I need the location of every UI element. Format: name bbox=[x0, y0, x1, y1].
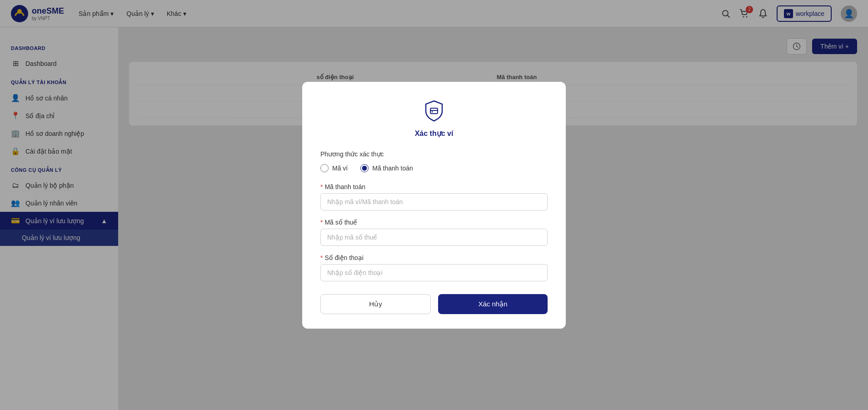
field-group-ma-thanh-toan: * Mã thanh toán bbox=[320, 183, 548, 210]
field-label-so-dien-thoai: * Số điện thoại bbox=[320, 254, 548, 261]
radio-input-ma-thanh-toan[interactable] bbox=[360, 164, 369, 172]
modal-header: Xác thực ví bbox=[320, 98, 548, 138]
required-star: * bbox=[320, 254, 323, 261]
svg-point-9 bbox=[432, 111, 433, 112]
modal-overlay[interactable]: Xác thực ví Phương thức xác thực Mã ví M… bbox=[0, 0, 868, 410]
cancel-button[interactable]: Hủy bbox=[320, 294, 431, 314]
field-label-ma-so-thue: * Mã số thuế bbox=[320, 219, 548, 226]
radio-label-ma-thanh-toan: Mã thanh toán bbox=[372, 165, 413, 172]
required-star: * bbox=[320, 219, 323, 226]
radio-input-ma-vi[interactable] bbox=[320, 164, 329, 172]
modal-title: Xác thực ví bbox=[415, 129, 454, 138]
confirm-button[interactable]: Xác nhận bbox=[438, 294, 548, 314]
field-group-so-dien-thoai: * Số điện thoại bbox=[320, 254, 548, 281]
required-star: * bbox=[320, 183, 323, 190]
ma-so-thue-input[interactable] bbox=[320, 229, 548, 246]
radio-group: Mã ví Mã thanh toán bbox=[320, 164, 548, 172]
modal-actions: Hủy Xác nhận bbox=[320, 294, 548, 314]
radio-label-ma-vi: Mã ví bbox=[332, 165, 348, 172]
so-dien-thoai-input[interactable] bbox=[320, 264, 548, 281]
ma-thanh-toan-input[interactable] bbox=[320, 193, 548, 210]
radio-ma-vi[interactable]: Mã ví bbox=[320, 164, 348, 172]
field-group-ma-so-thue: * Mã số thuế bbox=[320, 219, 548, 246]
field-label-ma-thanh-toan: * Mã thanh toán bbox=[320, 183, 548, 190]
shield-wallet-icon bbox=[421, 98, 447, 124]
radio-ma-thanh-toan[interactable]: Mã thanh toán bbox=[360, 164, 413, 172]
verify-wallet-modal: Xác thực ví Phương thức xác thực Mã ví M… bbox=[302, 82, 566, 329]
form-section-label: Phương thức xác thực bbox=[320, 150, 548, 158]
